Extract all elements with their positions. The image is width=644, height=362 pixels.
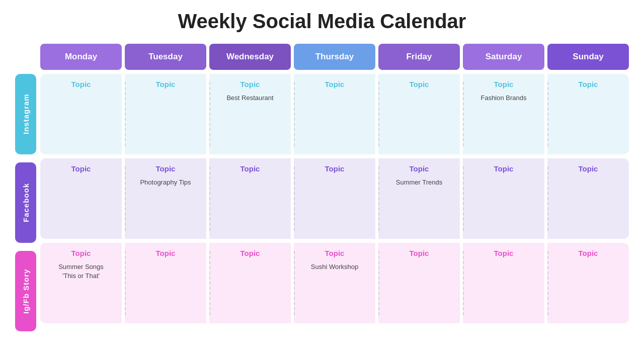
cell-facebook-wednesday[interactable]: Topic: [209, 158, 291, 239]
day-header-tuesday: Tuesday: [125, 44, 206, 70]
day-header-wednesday: Wednesday: [209, 44, 291, 70]
cell-topic: Topic: [156, 249, 176, 257]
cell-topic: Topic: [325, 249, 345, 257]
cell-topic: Topic: [579, 164, 598, 173]
header-row: MondayTuesdayWednesdayThursdayFridaySatu…: [40, 44, 629, 70]
day-header-saturday: Saturday: [463, 44, 544, 70]
cell-instagram-thursday[interactable]: Topic: [294, 74, 375, 154]
cell-instagram-friday[interactable]: Topic: [378, 74, 460, 154]
grid-section: MondayTuesdayWednesdayThursdayFridaySatu…: [40, 44, 629, 331]
day-header-thursday: Thursday: [294, 44, 375, 70]
cell-igfb-thursday[interactable]: TopicSushi Workshop: [294, 243, 375, 323]
cell-content: Best Restaurant: [226, 94, 273, 103]
cell-content: Fashion Brands: [480, 94, 526, 103]
row-label-instagram: Instagram: [15, 74, 36, 154]
row-label-igfb: Ig/Fb Story: [15, 251, 36, 331]
cell-topic: Topic: [156, 164, 176, 173]
cell-topic: Topic: [240, 164, 260, 173]
cell-igfb-friday[interactable]: Topic: [378, 243, 460, 323]
day-header-friday: Friday: [378, 44, 460, 70]
calendar-wrapper: InstagramFacebookIg/Fb Story MondayTuesd…: [15, 44, 629, 331]
cell-facebook-tuesday[interactable]: TopicPhotography Tips: [125, 158, 206, 239]
cell-igfb-sunday[interactable]: Topic: [547, 243, 629, 323]
cell-facebook-saturday[interactable]: Topic: [463, 158, 544, 239]
content-row-instagram: TopicTopicTopicBest RestaurantTopicTopic…: [40, 74, 629, 154]
row-labels: InstagramFacebookIg/Fb Story: [15, 44, 36, 331]
cell-topic: Topic: [156, 80, 176, 88]
cell-instagram-wednesday[interactable]: TopicBest Restaurant: [209, 74, 291, 154]
cell-topic: Topic: [325, 164, 345, 173]
day-header-monday: Monday: [40, 44, 122, 70]
cell-instagram-monday[interactable]: Topic: [40, 74, 122, 154]
day-header-sunday: Sunday: [547, 44, 629, 70]
row-label-facebook: Facebook: [15, 162, 36, 243]
cell-topic: Topic: [240, 80, 260, 88]
cell-igfb-tuesday[interactable]: Topic: [125, 243, 206, 323]
cell-content: Sushi Workshop: [311, 262, 358, 272]
cell-topic: Topic: [410, 164, 429, 173]
cell-content: Photography Tips: [140, 178, 191, 187]
cell-content: Summer Trends: [396, 178, 442, 187]
page-title: Weekly Social Media Calendar: [178, 10, 466, 33]
cell-topic: Topic: [410, 249, 429, 257]
content-row-igfb: TopicSummer Songs'This or That'TopicTopi…: [40, 243, 629, 323]
cell-instagram-saturday[interactable]: TopicFashion Brands: [463, 74, 544, 154]
cell-topic: Topic: [494, 164, 514, 173]
cell-topic: Topic: [71, 80, 91, 88]
cell-topic: Topic: [494, 80, 514, 88]
cell-topic: Topic: [71, 249, 91, 257]
cell-topic: Topic: [579, 80, 598, 88]
cell-instagram-tuesday[interactable]: Topic: [125, 74, 206, 154]
cell-facebook-friday[interactable]: TopicSummer Trends: [378, 158, 460, 239]
cell-topic: Topic: [71, 164, 91, 173]
cell-igfb-monday[interactable]: TopicSummer Songs'This or That': [40, 243, 122, 323]
cell-igfb-wednesday[interactable]: Topic: [209, 243, 291, 323]
cell-instagram-sunday[interactable]: Topic: [547, 74, 629, 154]
cell-topic: Topic: [579, 249, 598, 257]
cell-igfb-saturday[interactable]: Topic: [463, 243, 544, 323]
cell-content: Summer Songs'This or That': [58, 262, 104, 281]
content-row-facebook: TopicTopicPhotography TipsTopicTopicTopi…: [40, 158, 629, 239]
cell-topic: Topic: [410, 80, 429, 88]
cell-facebook-sunday[interactable]: Topic: [547, 158, 629, 239]
cell-topic: Topic: [494, 249, 514, 257]
cell-facebook-thursday[interactable]: Topic: [294, 158, 375, 239]
cell-topic: Topic: [325, 80, 345, 88]
cell-facebook-monday[interactable]: Topic: [40, 158, 122, 239]
cell-topic: Topic: [240, 249, 260, 257]
